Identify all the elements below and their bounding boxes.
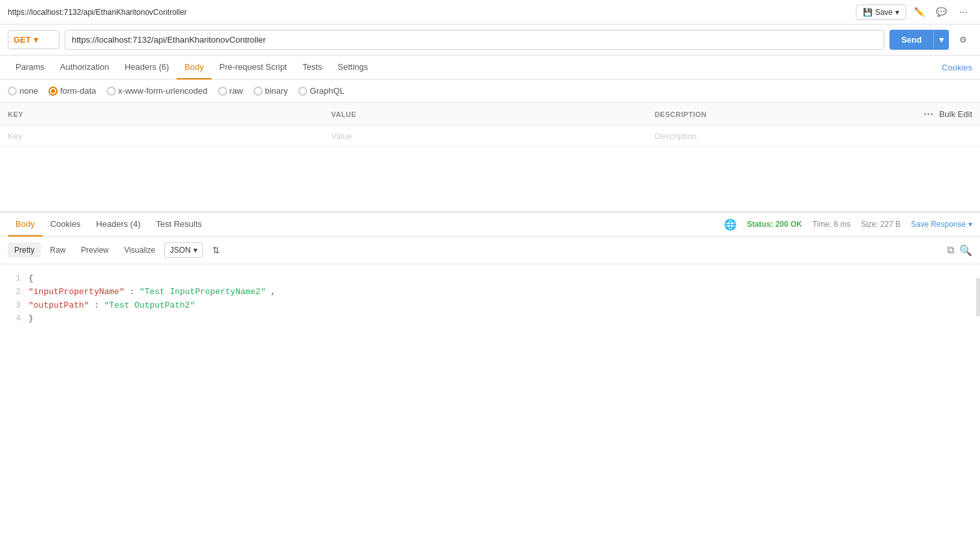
copy-icon[interactable]: ⧉: [947, 244, 954, 256]
body-type-selector: none form-data x-www-form-urlencoded raw…: [0, 79, 980, 103]
save-icon: 💾: [863, 8, 873, 17]
fmt-pretty[interactable]: Pretty: [8, 242, 41, 258]
form-data-table: KEY VALUE DESCRIPTION ⋯ Bulk Edit: [0, 103, 980, 147]
body-type-form-data[interactable]: form-data: [49, 86, 96, 96]
format-right-actions: ⧉ 🔍: [947, 244, 972, 257]
url-input[interactable]: [65, 30, 884, 50]
radio-binary-icon: [254, 87, 263, 96]
radio-graphql-icon: [298, 87, 307, 96]
fmt-preview[interactable]: Preview: [74, 242, 115, 258]
code-line-2: 2 "inputPropertyName" : "Test InputPrope…: [8, 286, 972, 299]
method-label: GET: [14, 35, 31, 45]
resp-tab-cookies[interactable]: Cookies: [43, 213, 89, 237]
body-type-binary[interactable]: binary: [254, 86, 288, 96]
col-value: VALUE: [323, 103, 647, 126]
code-line-3: 3 "outputPath" : "Test OutputPath2": [8, 299, 972, 313]
resp-tab-headers[interactable]: Headers (4): [89, 213, 149, 237]
method-chevron-icon: ▾: [34, 35, 38, 45]
body-type-raw[interactable]: raw: [218, 86, 243, 96]
save-button[interactable]: 💾 Save ▾: [856, 5, 906, 20]
code-line-4: 4 }: [8, 312, 972, 326]
request-tabs: Params Authorization Headers (6) Body Pr…: [0, 56, 980, 79]
request-title: https://localhost:7132/api/EthanKhariton…: [8, 8, 187, 17]
response-status-area: 🌐 Status: 200 OK Time: 8 ms Size: 227 B …: [724, 218, 972, 231]
fmt-raw[interactable]: Raw: [43, 242, 72, 258]
tab-prerequest[interactable]: Pre-request Script: [212, 56, 295, 79]
key-placeholder[interactable]: Key: [0, 126, 323, 147]
url-bar: GET ▾ Send ▾ ⚙: [0, 25, 980, 56]
comment-icon-button[interactable]: 💬: [932, 3, 950, 21]
response-time: Time: 8 ms: [812, 220, 851, 229]
tab-authorization[interactable]: Authorization: [52, 56, 117, 79]
body-type-none[interactable]: none: [8, 86, 38, 96]
resp-tab-test-results[interactable]: Test Results: [148, 213, 210, 237]
method-selector[interactable]: GET ▾: [8, 30, 60, 49]
tab-tests[interactable]: Tests: [295, 56, 330, 79]
col-description: DESCRIPTION ⋯ Bulk Edit: [647, 103, 980, 126]
search-icon[interactable]: 🔍: [959, 244, 972, 257]
send-chevron-icon[interactable]: ▾: [933, 30, 949, 50]
table-row-placeholder: Key Value Description: [0, 126, 980, 147]
radio-raw-icon: [218, 87, 227, 96]
save-resp-chevron-icon: ▾: [968, 220, 972, 229]
send-button[interactable]: Send ▾: [889, 30, 949, 50]
col-key: KEY: [0, 103, 323, 126]
top-bar: https://localhost:7132/api/EthanKhariton…: [0, 0, 980, 25]
more-columns-icon[interactable]: ⋯: [923, 108, 934, 120]
tab-params[interactable]: Params: [8, 56, 52, 79]
top-bar-actions: 💾 Save ▾ ✏️ 💬 ⋯: [856, 3, 972, 21]
response-code-view: 1 { 2 "inputPropertyName" : "Test InputP…: [0, 264, 980, 333]
response-section: Body Cookies Headers (4) Test Results 🌐 …: [0, 211, 980, 333]
value-placeholder[interactable]: Value: [323, 126, 647, 147]
tab-headers[interactable]: Headers (6): [117, 56, 177, 79]
save-response-button[interactable]: Save Response ▾: [911, 220, 972, 229]
bulk-edit-button[interactable]: Bulk Edit: [939, 109, 972, 119]
description-placeholder[interactable]: Description: [647, 126, 980, 147]
format-bar: Pretty Raw Preview Visualize JSON ▾ ⇅ ⧉ …: [0, 237, 980, 264]
save-chevron-icon: ▾: [895, 8, 899, 17]
radio-urlencoded-icon: [107, 87, 116, 96]
radio-none-icon: [8, 87, 17, 96]
tab-settings[interactable]: Settings: [330, 56, 376, 79]
scrollbar[interactable]: [976, 278, 980, 317]
body-type-graphql[interactable]: GraphQL: [298, 86, 344, 96]
response-size: Size: 227 B: [861, 220, 900, 229]
sort-icon-button[interactable]: ⇅: [206, 242, 226, 259]
code-line-1: 1 {: [8, 272, 972, 286]
more-options-button[interactable]: ⋯: [954, 3, 972, 21]
fmt-visualize[interactable]: Visualize: [118, 242, 162, 258]
response-tabs: Body Cookies Headers (4) Test Results 🌐 …: [0, 213, 980, 237]
cookies-link[interactable]: Cookies: [942, 63, 972, 72]
send-label: Send: [889, 30, 933, 50]
response-icon: 🌐: [724, 218, 737, 231]
status-badge: Status: 200 OK: [747, 220, 802, 229]
resp-tab-body[interactable]: Body: [8, 213, 43, 237]
radio-formdata-icon: [49, 87, 58, 96]
tab-body[interactable]: Body: [177, 56, 212, 79]
settings-icon-button[interactable]: ⚙: [954, 31, 972, 49]
edit-icon-button[interactable]: ✏️: [910, 3, 928, 21]
form-data-table-container: KEY VALUE DESCRIPTION ⋯ Bulk Edit: [0, 103, 980, 147]
json-chevron-icon: ▾: [193, 246, 197, 255]
body-type-urlencoded[interactable]: x-www-form-urlencoded: [107, 86, 208, 96]
json-format-selector[interactable]: JSON ▾: [164, 242, 203, 258]
